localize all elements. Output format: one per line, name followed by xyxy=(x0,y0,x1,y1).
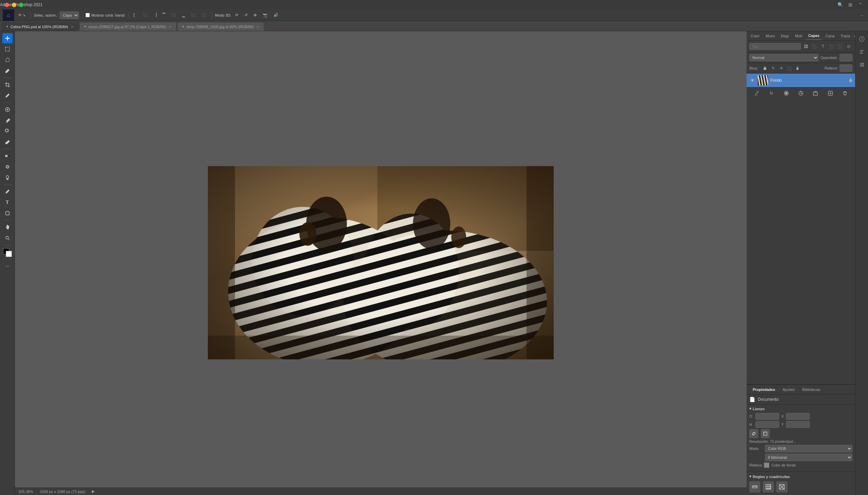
width-input[interactable]: 1920 px xyxy=(755,413,779,420)
lock-transparent-btn[interactable] xyxy=(762,65,768,71)
x-input[interactable]: 0 px xyxy=(786,413,810,420)
lienzo-header[interactable]: ▾ Lienzo xyxy=(749,407,852,411)
layer-link-btn[interactable] xyxy=(753,89,761,97)
eraser-tool[interactable] xyxy=(2,137,13,147)
move-tool-option[interactable]: ✛ ↘ xyxy=(16,11,28,19)
align-right-btn[interactable]: ▕ xyxy=(152,11,158,19)
layer-filter-smartobj-btn[interactable]: ⬛ xyxy=(836,43,844,50)
opacity-input[interactable]: 100% xyxy=(839,54,852,62)
prop-tab-ajustes[interactable]: Ajustes xyxy=(779,386,798,393)
expand-icon[interactable]: ⌃ xyxy=(856,1,865,9)
tab-close-3[interactable]: ✕ xyxy=(256,25,260,29)
background-color[interactable] xyxy=(6,251,12,257)
lock-all-btn[interactable] xyxy=(794,65,801,71)
bits-select[interactable]: 8 bits/canal 16 bits/canal xyxy=(765,454,852,461)
eyedropper-tool[interactable] xyxy=(2,90,13,101)
selec-dropdown[interactable]: Capa xyxy=(60,12,79,19)
layer-delete-btn[interactable] xyxy=(841,89,849,97)
maximize-button[interactable] xyxy=(19,3,23,7)
clone-stamp-tool[interactable] xyxy=(2,126,13,136)
documento-item[interactable]: 📄 Documento xyxy=(747,395,855,404)
workspace-icon[interactable]: ⊞ xyxy=(846,1,854,9)
tab-moon[interactable]: ✦ moon-2285627.jpg al 87,2% (Capa 1, RGB… xyxy=(79,22,177,31)
zoom-tool[interactable] xyxy=(2,233,13,243)
select-rect-tool[interactable] xyxy=(2,44,13,54)
layer-filter-shape-btn[interactable]: ⬛ xyxy=(828,43,835,50)
panel-tab-motivos[interactable]: Moti xyxy=(793,32,805,40)
magic-wand-tool[interactable] xyxy=(2,66,13,76)
align-left-btn[interactable]: ▏ xyxy=(132,11,139,19)
regla-diagonal-btn[interactable] xyxy=(777,481,787,492)
layer-group-btn[interactable] xyxy=(812,89,819,97)
align-bottom-btn[interactable]: ▁ xyxy=(180,11,187,19)
pen-tool[interactable] xyxy=(2,186,13,197)
color-swatches[interactable] xyxy=(3,248,12,257)
layer-filter-adjust-btn[interactable]: ⬛ xyxy=(811,43,818,50)
layer-adjust-btn[interactable] xyxy=(797,89,805,97)
layer-filter-toggle-btn[interactable]: ⊙ xyxy=(845,43,852,50)
move-tool[interactable] xyxy=(2,33,13,44)
distribute-h-btn[interactable]: ⬛ xyxy=(189,11,198,19)
height-input[interactable]: 1080 px xyxy=(755,421,779,428)
align-center-h-btn[interactable]: ⬛ xyxy=(141,11,150,19)
blend-mode-select[interactable]: Normal Multiplicar Pantalla xyxy=(749,54,818,62)
close-button[interactable] xyxy=(5,3,9,7)
panel-tab-muestras[interactable]: Mues xyxy=(763,32,778,40)
canvas-area[interactable]: 105,38% 1920 px x 1080 px (72 ppp) ▶ xyxy=(15,31,747,495)
panel-tab-trazados[interactable]: Traza xyxy=(838,32,853,40)
layers-search-input[interactable] xyxy=(749,43,801,50)
brush-tool[interactable] xyxy=(2,115,13,125)
relleno-swatch[interactable] xyxy=(764,462,769,468)
modo3d-btn1[interactable]: ⟳ xyxy=(233,11,240,19)
dodge-tool[interactable] xyxy=(2,173,13,183)
layer-item-fondo[interactable]: 👁 Fondo xyxy=(747,73,855,87)
panel-tab-color[interactable]: Color xyxy=(748,32,762,40)
lock-position-btn[interactable]: ✛ xyxy=(778,65,785,71)
modo3d-btn3[interactable]: ⊕ xyxy=(252,11,259,19)
modo3d-btn5[interactable]: 🔊 xyxy=(272,11,280,19)
layer-add-btn[interactable] xyxy=(827,89,834,97)
more-options-btn[interactable]: ··· xyxy=(858,11,865,19)
layer-mask-btn[interactable] xyxy=(783,89,790,97)
link-wh-btn[interactable] xyxy=(749,429,758,438)
blur-tool[interactable] xyxy=(2,162,13,172)
history-icon[interactable] xyxy=(857,34,867,44)
tab-cebra[interactable]: ✦ Cebra PNG.psd al 105% (RGB/8#) ✕ xyxy=(1,22,79,31)
tab-shop[interactable]: ✦ shop-768499_1920.jpg al 92% (RGB/8#) ✕ xyxy=(177,22,265,31)
modo3d-btn4[interactable]: 📷 xyxy=(261,11,270,19)
lock-artboard-btn[interactable]: ⬛ xyxy=(786,65,793,71)
panel-tab-canales[interactable]: Cana xyxy=(823,32,837,40)
gradient-tool[interactable] xyxy=(2,151,13,161)
align-top-btn[interactable]: ▔ xyxy=(160,11,167,19)
tab-close-1[interactable]: ✕ xyxy=(70,25,74,29)
regla-grid-btn[interactable] xyxy=(763,481,774,492)
hand-tool[interactable] xyxy=(2,222,13,232)
typography-icon[interactable] xyxy=(857,47,867,57)
text-tool[interactable]: T xyxy=(2,197,13,207)
align-middle-btn[interactable]: ⬛ xyxy=(169,11,178,19)
shape-tool[interactable] xyxy=(2,208,13,218)
layer-fx-btn[interactable]: fx xyxy=(768,89,775,97)
minimize-button[interactable] xyxy=(12,3,16,7)
modo-select[interactable]: Color RGB CMYK Escala de grises xyxy=(765,445,852,452)
more-tools-btn[interactable]: ··· xyxy=(2,261,13,271)
layer-visibility-toggle[interactable]: 👁 xyxy=(749,77,755,83)
prop-tab-propiedades[interactable]: Propiedades xyxy=(749,386,779,393)
panel-tab-degradados[interactable]: Degr xyxy=(778,32,792,40)
lasso-tool[interactable] xyxy=(2,55,13,65)
regla-single-btn[interactable] xyxy=(749,481,760,492)
prop-tab-bibliotecas[interactable]: Bibliotecas xyxy=(799,386,823,393)
reglas-header[interactable]: ▾ Reglas y cuadrículas xyxy=(749,474,852,479)
lock-image-btn[interactable]: ✎ xyxy=(770,65,777,71)
home-icon[interactable]: ⌂ xyxy=(3,10,14,21)
layer-filter-text-btn[interactable]: T xyxy=(819,43,827,50)
modo3d-btn2[interactable]: ↺ xyxy=(242,11,250,19)
paragraph-icon[interactable] xyxy=(857,60,867,70)
fill-input[interactable]: 100% xyxy=(839,64,852,72)
tab-close-2[interactable]: ✕ xyxy=(168,25,172,29)
status-arrow-btn[interactable]: ▶ xyxy=(92,489,95,494)
panel-tab-capas[interactable]: Capas xyxy=(806,32,822,40)
layer-filter-image-btn[interactable]: 🖼 xyxy=(802,43,809,50)
mostrar-label[interactable]: Mostrar contr. transf. xyxy=(85,13,125,17)
heal-tool[interactable] xyxy=(2,104,13,115)
